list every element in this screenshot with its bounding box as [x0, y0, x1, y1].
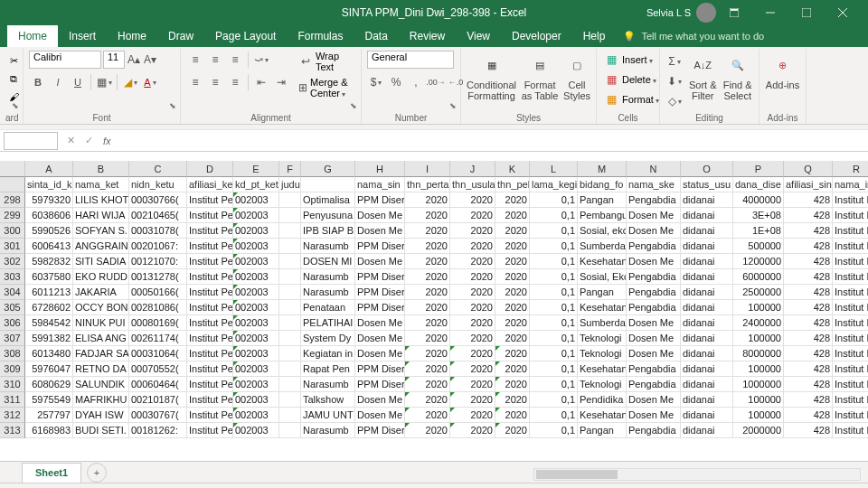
- table-cell[interactable]: 2020: [450, 269, 495, 285]
- table-cell[interactable]: 2020: [405, 208, 450, 223]
- delete-cells-button[interactable]: Delete: [622, 74, 656, 85]
- table-cell[interactable]: 0,1: [530, 377, 578, 392]
- table-cell[interactable]: Institut Pe: [833, 361, 868, 377]
- row-header[interactable]: 302: [0, 254, 25, 269]
- table-cell[interactable]: 5991382: [25, 331, 73, 346]
- table-header-cell[interactable]: dana_dise: [733, 177, 784, 192]
- column-header[interactable]: A: [25, 161, 73, 177]
- table-cell[interactable]: Institut Pe: [833, 408, 868, 423]
- table-cell[interactable]: [279, 361, 301, 377]
- dialog-launch-alignment[interactable]: ⬊: [348, 100, 359, 111]
- table-header-cell[interactable]: nama_sin: [355, 177, 405, 192]
- table-cell[interactable]: EKO RUDD: [73, 269, 129, 285]
- table-cell[interactable]: 2020: [405, 192, 450, 208]
- column-header[interactable]: N: [627, 161, 681, 177]
- table-cell[interactable]: Penyusuna: [301, 208, 355, 223]
- font-size-select[interactable]: 11: [103, 51, 125, 69]
- row-header[interactable]: 308: [0, 346, 25, 361]
- table-cell[interactable]: Teknologi: [578, 377, 627, 392]
- table-header-cell[interactable]: status_usu: [681, 177, 733, 192]
- table-cell[interactable]: Institut Pe: [833, 300, 868, 315]
- table-cell[interactable]: [279, 331, 301, 346]
- table-cell[interactable]: [279, 346, 301, 361]
- table-cell[interactable]: 2020: [405, 315, 450, 331]
- table-cell[interactable]: Dosen Me: [627, 346, 681, 361]
- table-cell[interactable]: 428: [784, 192, 833, 208]
- table-cell[interactable]: 2020: [495, 331, 530, 346]
- table-cell[interactable]: Pembangu: [578, 208, 627, 223]
- decrease-font-icon[interactable]: A▾: [143, 51, 157, 69]
- enter-formula-icon[interactable]: ✓: [80, 135, 98, 146]
- table-cell[interactable]: 428: [784, 300, 833, 315]
- table-cell[interactable]: 2020: [450, 223, 495, 239]
- table-cell[interactable]: didanai: [681, 208, 733, 223]
- table-cell[interactable]: Institut Pe: [833, 423, 868, 438]
- table-cell[interactable]: 2020: [450, 239, 495, 254]
- table-cell[interactable]: 100000: [733, 408, 784, 423]
- table-cell[interactable]: Kesehatan: [578, 408, 627, 423]
- table-cell[interactable]: RETNO DA: [73, 361, 129, 377]
- table-cell[interactable]: 002003: [233, 254, 279, 269]
- table-cell[interactable]: 2020: [450, 377, 495, 392]
- table-cell[interactable]: 257797: [25, 408, 73, 423]
- table-cell[interactable]: 2000000: [733, 423, 784, 438]
- table-cell[interactable]: Institut Pe: [833, 392, 868, 408]
- table-cell[interactable]: didanai: [681, 377, 733, 392]
- formula-input[interactable]: [117, 132, 868, 150]
- table-cell[interactable]: 2020: [405, 300, 450, 315]
- merge-icon[interactable]: ⊞: [297, 79, 308, 97]
- table-cell[interactable]: Penataan: [301, 300, 355, 315]
- table-cell[interactable]: 5982832: [25, 254, 73, 269]
- table-cell[interactable]: didanai: [681, 408, 733, 423]
- align-center-icon[interactable]: ≡: [206, 73, 224, 91]
- table-cell[interactable]: 2020: [405, 346, 450, 361]
- table-cell[interactable]: PPM Diser: [355, 192, 405, 208]
- tab-page-layout[interactable]: Page Layout: [204, 25, 287, 47]
- table-cell[interactable]: 2020: [405, 239, 450, 254]
- table-cell[interactable]: Institut Pe: [187, 269, 233, 285]
- table-cell[interactable]: 002003: [233, 331, 279, 346]
- table-cell[interactable]: [279, 239, 301, 254]
- table-cell[interactable]: 2020: [495, 269, 530, 285]
- table-cell[interactable]: 0,1: [530, 331, 578, 346]
- column-header[interactable]: H: [355, 161, 405, 177]
- table-cell[interactable]: 00210465(: [129, 208, 187, 223]
- tab-formulas[interactable]: Formulas: [287, 25, 354, 47]
- table-cell[interactable]: 428: [784, 315, 833, 331]
- table-cell[interactable]: 002003: [233, 423, 279, 438]
- table-cell[interactable]: 428: [784, 408, 833, 423]
- table-cell[interactable]: Institut Pe: [187, 346, 233, 361]
- table-cell[interactable]: SOFYAN S.: [73, 223, 129, 239]
- table-cell[interactable]: Narasumb: [301, 269, 355, 285]
- table-cell[interactable]: Institut Pe: [187, 192, 233, 208]
- table-cell[interactable]: 500000: [733, 239, 784, 254]
- column-header[interactable]: K: [495, 161, 530, 177]
- tab-view[interactable]: View: [456, 25, 501, 47]
- table-cell[interactable]: Pengabdia: [627, 269, 681, 285]
- column-header[interactable]: G: [301, 161, 355, 177]
- cancel-formula-icon[interactable]: ✕: [61, 135, 80, 146]
- table-cell[interactable]: Institut Pe: [833, 377, 868, 392]
- table-cell[interactable]: 2020: [405, 285, 450, 300]
- table-cell[interactable]: 5976047: [25, 361, 73, 377]
- italic-button[interactable]: I: [49, 73, 67, 91]
- table-cell[interactable]: Institut Pe: [833, 192, 868, 208]
- table-cell[interactable]: 428: [784, 377, 833, 392]
- table-cell[interactable]: [279, 300, 301, 315]
- merge-center-button[interactable]: Merge & Center: [310, 77, 355, 99]
- table-cell[interactable]: Institut Pe: [187, 423, 233, 438]
- table-cell[interactable]: Pangan: [578, 192, 627, 208]
- ribbon-options-icon[interactable]: [716, 0, 752, 25]
- table-cell[interactable]: 002003: [233, 361, 279, 377]
- table-cell[interactable]: 1E+08: [733, 223, 784, 239]
- dialog-launch-clipboard[interactable]: ⬊: [10, 100, 21, 111]
- new-sheet-button[interactable]: +: [87, 463, 107, 483]
- table-cell[interactable]: SITI SADIA: [73, 254, 129, 269]
- addins-button[interactable]: ⊕Add-ins: [765, 51, 800, 92]
- table-header-cell[interactable]: kd_pt_ket: [233, 177, 279, 192]
- table-cell[interactable]: Pengabdia: [627, 361, 681, 377]
- table-cell[interactable]: Pendidika: [578, 392, 627, 408]
- table-cell[interactable]: PPM Diser: [355, 269, 405, 285]
- column-header[interactable]: E: [233, 161, 279, 177]
- table-cell[interactable]: 428: [784, 285, 833, 300]
